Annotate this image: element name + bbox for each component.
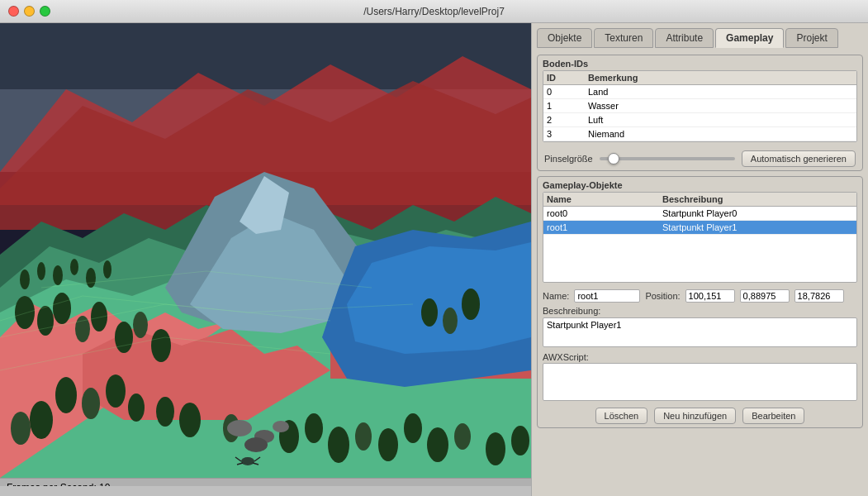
tab-objekte[interactable]: Objekte (537, 28, 592, 48)
col-header-id: ID (547, 73, 588, 83)
awx-label: AWXScript: (538, 351, 862, 363)
svg-point-40 (404, 413, 422, 443)
neu-hinzufuegen-button[interactable]: Neu hinzufügen (654, 408, 736, 424)
svg-point-32 (156, 397, 174, 427)
gameplay-row-selected[interactable]: root1 Startpunkt Player1 (543, 221, 856, 235)
svg-point-33 (179, 403, 201, 437)
table-row[interactable]: 2 Luft (543, 113, 856, 127)
svg-point-45 (20, 269, 30, 289)
gameplay-section: Gameplay-Objekte Name Beschreibung root0… (537, 176, 863, 428)
svg-point-29 (128, 393, 145, 422)
svg-point-53 (273, 421, 289, 432)
tab-texturen[interactable]: Texturen (594, 28, 653, 48)
table-row[interactable]: 1 Wasser (543, 99, 856, 113)
title-bar: /Users/Harry/Desktop/levelProj7 (0, 0, 868, 23)
col-header-desc: Beschreibung (662, 194, 853, 204)
boden-ids-section: Boden-IDs ID Bemerkung 0 Land 1 Wasser 2… (537, 55, 863, 171)
svg-point-48 (70, 259, 78, 275)
svg-point-24 (443, 308, 458, 334)
svg-point-21 (133, 312, 148, 338)
svg-point-16 (37, 306, 54, 336)
awx-area[interactable] (543, 363, 857, 401)
svg-point-38 (355, 422, 372, 451)
bottom-buttons: Löschen Neu hinzufügen Bearbeiten (538, 404, 862, 427)
minimize-button[interactable] (24, 6, 35, 17)
name-position-row: Name: Position: (538, 288, 862, 304)
table-row[interactable]: 3 Niemand (543, 127, 856, 141)
desc-label: Beschreibung: (543, 306, 600, 316)
position-label: Position: (645, 291, 680, 301)
viewport: Frames per Second: 10 (0, 23, 531, 486)
svg-point-54 (244, 437, 268, 452)
gameplay-header: Name Beschreibung (543, 193, 856, 207)
desc-area[interactable]: Startpunkt Player1 (543, 317, 857, 347)
svg-point-39 (378, 428, 398, 461)
svg-point-22 (151, 329, 171, 362)
tab-bar: Objekte Texturen Attribute Gameplay Proj… (537, 28, 863, 48)
pos-z-input[interactable] (794, 289, 844, 303)
desc-label-row: Beschreibung: (538, 304, 862, 317)
svg-point-43 (486, 432, 505, 465)
svg-point-47 (53, 265, 63, 285)
tab-projekt[interactable]: Projekt (785, 28, 837, 48)
svg-point-31 (11, 412, 31, 445)
main-content: Frames per Second: 10 Objekte Texturen A… (0, 23, 868, 496)
svg-point-41 (427, 427, 448, 462)
gameplay-table: Name Beschreibung root0 Startpunkt Playe… (543, 192, 857, 283)
svg-point-46 (37, 262, 45, 280)
svg-point-64 (241, 457, 254, 465)
svg-point-17 (53, 293, 71, 324)
pos-x-input[interactable] (685, 289, 735, 303)
pinsel-row: Pinselgröße Automatisch generieren (538, 147, 862, 170)
svg-point-36 (305, 413, 323, 443)
name-label: Name: (543, 291, 569, 301)
svg-point-25 (462, 289, 480, 320)
fps-bar: Frames per Second: 10 (0, 478, 531, 486)
table-row[interactable]: 0 Land (543, 85, 856, 99)
gameplay-row[interactable]: root0 Startpunkt Player0 (543, 207, 856, 221)
svg-point-27 (82, 388, 100, 419)
tab-attribute[interactable]: Attribute (655, 28, 714, 48)
boden-ids-header: ID Bemerkung (543, 71, 856, 85)
right-panel: Objekte Texturen Attribute Gameplay Proj… (531, 23, 868, 496)
svg-point-50 (103, 260, 111, 279)
pos-y-input[interactable] (740, 289, 790, 303)
name-input[interactable] (574, 289, 640, 303)
svg-point-26 (55, 377, 77, 413)
bearbeiten-button[interactable]: Bearbeiten (742, 408, 804, 424)
window-controls[interactable] (8, 6, 50, 17)
pinsel-label: Pinselgröße (544, 154, 593, 164)
slider-thumb (608, 153, 619, 165)
svg-point-49 (86, 268, 96, 288)
svg-point-37 (328, 427, 349, 463)
maximize-button[interactable] (40, 6, 50, 17)
gameplay-title: Gameplay-Objekte (538, 177, 862, 192)
col-header-bemerkung: Bemerkung (588, 73, 853, 83)
svg-point-44 (511, 426, 529, 455)
svg-point-19 (91, 302, 107, 331)
svg-point-28 (106, 374, 126, 408)
auto-generieren-button[interactable]: Automatisch generieren (742, 150, 856, 167)
svg-point-23 (421, 298, 438, 327)
svg-point-42 (454, 423, 471, 450)
boden-ids-table: ID Bemerkung 0 Land 1 Wasser 2 Luft 3 (543, 70, 857, 142)
fps-label: Frames per Second: 10 (7, 482, 110, 487)
terrain-canvas (0, 23, 531, 478)
svg-point-20 (115, 322, 133, 353)
pinsel-slider[interactable] (600, 157, 735, 160)
col-header-name: Name (547, 194, 662, 204)
boden-ids-title: Boden-IDs (538, 55, 862, 70)
window-title: /Users/Harry/Desktop/levelProj7 (363, 6, 505, 17)
loeschen-button[interactable]: Löschen (595, 408, 648, 424)
tab-gameplay[interactable]: Gameplay (715, 28, 784, 48)
svg-point-51 (227, 420, 252, 436)
svg-point-30 (30, 401, 53, 439)
close-button[interactable] (8, 6, 19, 17)
svg-point-15 (15, 296, 35, 329)
terrain-svg (0, 23, 531, 478)
